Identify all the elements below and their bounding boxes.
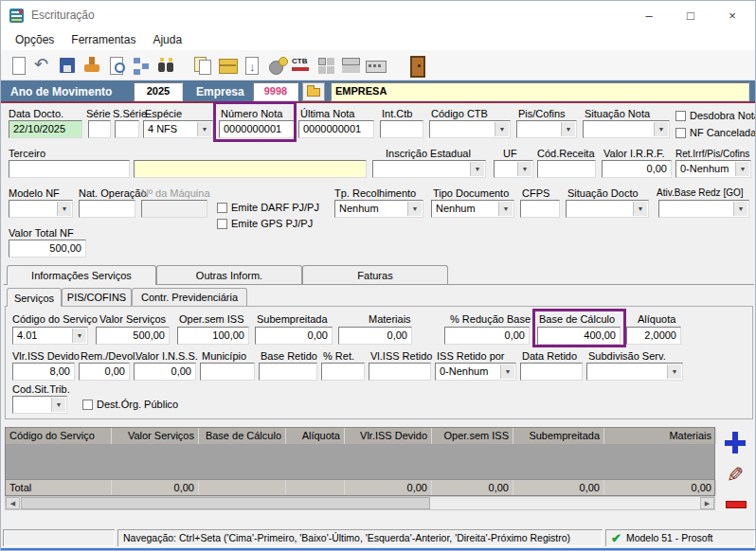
scroll-right-icon[interactable]: ▶ [700,497,714,509]
data-retido-field[interactable] [520,363,583,381]
grid-column-header[interactable]: Valor Serviços [112,428,199,444]
cfps-field[interactable] [520,200,560,218]
subempreitada-field[interactable]: 0,00 [255,327,333,345]
subtab-servicos[interactable]: Serviços [7,288,62,307]
close-icon[interactable]: × [711,1,753,29]
s-serie-field[interactable] [115,120,139,138]
nf-cancelada-checkbox[interactable]: NF Cancelada [675,127,756,138]
terceiro-field[interactable] [9,160,130,178]
pis-cofins-select[interactable]: ▼ [516,120,577,138]
dest-org-publico-checkbox[interactable]: Dest.Órg. Público [82,399,178,410]
codigo-servico-select[interactable]: 4.01 ▼ [12,327,88,345]
empresa-lookup-button[interactable] [302,82,325,101]
terceiro-nome-field[interactable] [134,160,367,178]
panels-icon[interactable] [339,54,362,77]
uf-select[interactable]: ▼ [494,160,533,178]
serie-field[interactable] [88,120,111,138]
grid-column-header[interactable]: Código do Serviço [6,428,112,444]
import-icon[interactable] [241,54,263,77]
tp-recolhimento-select[interactable]: Nenhum ▼ [334,200,423,218]
add-row-button[interactable] [721,429,749,457]
chevron-down-icon[interactable]: ▼ [470,162,484,176]
chevron-down-icon[interactable]: ▼ [561,122,575,136]
situacao-nota-select[interactable]: ▼ [583,120,670,138]
grid-view-icon[interactable] [315,54,337,77]
data-docto-field[interactable]: 22/10/2025 [9,120,82,138]
grid-column-header[interactable]: Materiais [604,428,716,444]
tab-outras-inform[interactable]: Outras Inform. [156,265,302,284]
grid-column-header[interactable]: Oper.sem ISS [432,428,513,444]
tab-informacoes-servicos[interactable]: Informações Serviços [7,265,156,285]
ultima-nota-field[interactable]: 0000000001 [298,120,374,138]
grid-column-header[interactable]: Alíquota [286,428,345,444]
exit-icon[interactable] [405,54,427,77]
subdivisao-serv-select[interactable]: ▼ [586,363,683,381]
menu-opcoes[interactable]: Opções [7,31,63,48]
ativ-base-select[interactable]: ▼ [658,200,749,218]
especie-select[interactable]: 4 NFS ▼ [143,120,213,138]
keyboard-icon[interactable] [364,54,387,77]
chevron-down-icon[interactable]: ▼ [407,202,422,216]
empresa-code-field[interactable]: 9998 [253,82,298,101]
ano-movimento-field[interactable]: 2025 [134,82,183,101]
copy-icon[interactable] [191,54,214,77]
rem-devol-field[interactable]: 0,00 [79,363,130,381]
base-retido-field[interactable] [259,363,317,381]
chevron-down-icon[interactable]: ▼ [197,122,211,136]
tab-faturas[interactable]: Faturas [302,265,448,284]
emite-gps-checkbox[interactable]: Emite GPS PJ/PJ [217,218,313,229]
valor-servicos-field[interactable]: 500,00 [96,327,170,345]
print-preview-icon[interactable] [105,54,128,77]
perc-ret-field[interactable] [321,363,365,381]
chevron-down-icon[interactable]: ▼ [72,329,86,343]
chevron-down-icon[interactable]: ▼ [495,122,509,136]
chevron-down-icon[interactable]: ▼ [667,364,681,379]
menu-ferramentas[interactable]: Ferramentas [63,31,144,48]
binoculars-icon[interactable] [154,54,177,77]
aliquota-field[interactable]: 2,0000 [626,327,681,345]
grid-column-header[interactable]: Base de Cálculo [199,428,286,444]
chevron-down-icon[interactable]: ▼ [633,202,647,216]
numero-nota-field[interactable]: 0000000001 [219,120,295,138]
edit-row-button[interactable]: ✎ [721,461,749,489]
grid-column-header[interactable]: Subempreitada [513,428,604,444]
municipio-field[interactable] [200,363,255,381]
chevron-down-icon[interactable]: ▼ [517,162,531,176]
process-icon[interactable] [265,54,288,77]
minimize-icon[interactable]: – [628,1,670,29]
vlr-iss-devido-field[interactable]: 8,00 [12,363,75,381]
stamp-icon[interactable] [81,54,103,77]
desdobra-nota-checkbox[interactable]: Desdobra Nota [675,110,756,121]
inscricao-estadual-select[interactable]: ▼ [372,160,486,178]
scrollbar-thumb[interactable] [21,497,430,509]
chevron-down-icon[interactable]: ▼ [498,202,513,216]
int-ctb-field[interactable] [380,120,423,138]
chevron-down-icon[interactable]: ▼ [57,202,71,216]
modelo-nf-select[interactable]: ▼ [9,200,73,218]
scroll-left-icon[interactable]: ◀ [6,497,20,509]
new-document-icon[interactable] [7,54,29,77]
cod-receita-field[interactable] [537,160,596,178]
grid-column-header[interactable]: Vlr.ISS Devido [345,428,432,444]
ctb-icon[interactable] [290,54,313,77]
ledger-icon[interactable] [216,54,239,77]
grid-body[interactable] [6,444,714,479]
tipo-documento-select[interactable]: Nenhum ▼ [431,200,514,218]
valor-irrf-field[interactable]: 0,00 [602,160,672,178]
chevron-down-icon[interactable]: ▼ [51,398,65,412]
chevron-down-icon[interactable]: ▼ [500,364,514,379]
codigo-ctb-select[interactable]: ▼ [429,120,511,138]
iss-retido-por-select[interactable]: 0-Nenhum ▼ [435,363,516,381]
structure-icon[interactable] [130,54,153,77]
delete-row-button[interactable] [721,489,749,518]
maximize-icon[interactable]: □ [670,1,711,29]
reducao-base-field[interactable]: 0,00 [444,327,530,345]
valor-inss-field[interactable]: 0,00 [134,363,196,381]
emite-darf-checkbox[interactable]: Emite DARF PJ/PJ [217,202,319,213]
horizontal-scrollbar[interactable]: ◀ ▶ [5,496,715,510]
vl-iss-retido-field[interactable] [369,363,431,381]
chevron-down-icon[interactable]: ▼ [654,122,668,136]
oper-sem-iss-field[interactable]: 100,00 [177,327,249,345]
ret-irrf-select[interactable]: 0-Nenhum ▼ [675,160,751,178]
subtab-pis-cofins[interactable]: PIS/COFINS [62,288,132,306]
